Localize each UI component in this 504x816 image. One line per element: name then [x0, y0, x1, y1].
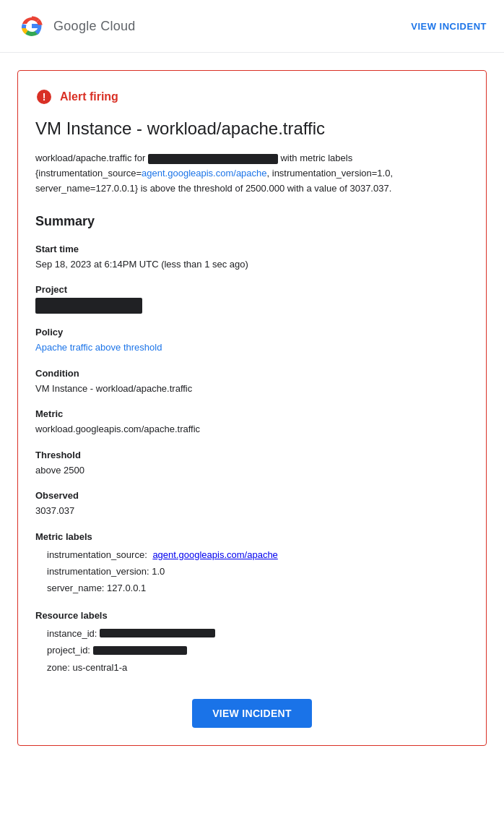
project-id-row: project_id: [35, 642, 469, 658]
svg-text:!: ! [43, 91, 46, 103]
desc-prefix: workload/apache.traffic for [35, 153, 145, 163]
project-section: Project [35, 284, 469, 314]
start-time-label: Start time [35, 244, 469, 254]
alert-card: ! Alert firing VM Instance - workload/ap… [17, 70, 487, 746]
policy-link[interactable]: Apache traffic above threshold [35, 342, 162, 353]
start-time-section: Start time Sep 18, 2023 at 6:14PM UTC (l… [35, 244, 469, 272]
condition-value: VM Instance - workload/apache.traffic [35, 382, 469, 396]
condition-section: Condition VM Instance - workload/apache.… [35, 368, 469, 396]
logo-text: Google Cloud [53, 19, 136, 34]
project-redacted-value [35, 298, 142, 314]
condition-label: Condition [35, 368, 469, 379]
threshold-value: above 2500 [35, 463, 469, 478]
observed-value: 3037.037 [35, 504, 469, 518]
metric-section: Metric workload.googleapis.com/apache.tr… [35, 408, 469, 437]
header-view-incident-link[interactable]: VIEW INCIDENT [411, 21, 487, 32]
zone-row: zone: us-central1-a [35, 659, 469, 676]
view-incident-button[interactable]: VIEW INCIDENT [192, 699, 312, 728]
metric-labels-title: Metric labels [35, 531, 469, 542]
incident-title: VM Instance - workload/apache.traffic [35, 117, 469, 139]
description: workload/apache.traffic for with metric … [35, 151, 469, 196]
instance-id-label: instance_id: [47, 625, 97, 642]
instance-id-row: instance_id: [35, 625, 469, 642]
google-cloud-logo-icon [17, 12, 46, 40]
zone-value: zone: us-central1-a [47, 659, 127, 676]
policy-label: Policy [35, 327, 469, 338]
instance-id-redacted [100, 629, 215, 637]
project-id-redacted [93, 646, 187, 655]
server-name-row: server_name: 127.0.0.1 [35, 580, 469, 596]
instrumentation-source-label: instrumentation_source: [47, 549, 147, 560]
metric-value: workload.googleapis.com/apache.traffic [35, 422, 469, 437]
project-id-label: project_id: [47, 642, 90, 658]
threshold-section: Threshold above 2500 [35, 450, 469, 478]
metric-labels-section: Metric labels instrumentation_source: ag… [35, 531, 469, 597]
resource-labels-section: Resource labels instance_id: project_id:… [35, 610, 469, 676]
metric-label: Metric [35, 408, 469, 419]
header: Google Cloud VIEW INCIDENT [0, 0, 504, 53]
threshold-label: Threshold [35, 450, 469, 460]
instrumentation-source-row: instrumentation_source: agent.googleapis… [35, 546, 469, 563]
observed-section: Observed 3037.037 [35, 490, 469, 518]
main-content: ! Alert firing VM Instance - workload/ap… [0, 70, 504, 775]
instrumentation-source-link[interactable]: agent.googleapis.com/apache [152, 549, 277, 560]
summary-title: Summary [35, 214, 469, 229]
server-name-value: server_name: 127.0.0.1 [47, 583, 146, 593]
instrumentation-version-row: instrumentation_version: 1.0 [35, 563, 469, 580]
alert-firing-label: Alert firing [60, 90, 118, 103]
observed-label: Observed [35, 490, 469, 501]
project-label: Project [35, 284, 469, 295]
logo-area: Google Cloud [17, 12, 136, 40]
policy-section: Policy Apache traffic above threshold [35, 327, 469, 355]
redacted-instance [148, 154, 278, 164]
alert-firing-icon: ! [35, 88, 53, 106]
start-time-value: Sep 18, 2023 at 6:14PM UTC (less than 1 … [35, 257, 469, 272]
alert-firing-header: ! Alert firing [35, 88, 469, 106]
apache-link-desc[interactable]: agent.googleapis.com/apache [142, 168, 266, 179]
instrumentation-version-value: instrumentation_version: 1.0 [47, 566, 165, 577]
resource-labels-title: Resource labels [35, 610, 469, 621]
